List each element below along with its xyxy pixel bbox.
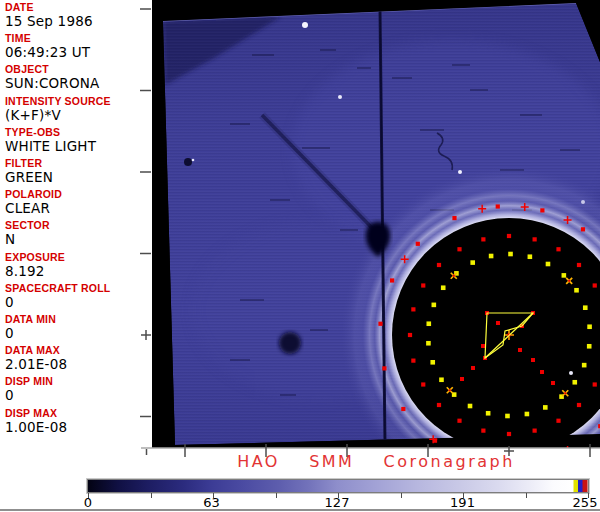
field-label: TYPE-OBS <box>5 127 96 138</box>
red-outer-ring-marker <box>540 208 544 212</box>
sidebar-field-disp-min: DISP MIN0 <box>5 376 53 403</box>
red-outer-ring-marker <box>382 366 386 370</box>
colorbar-label-127: 127 <box>325 495 350 510</box>
red-inner-ring-marker <box>556 419 560 423</box>
field-value: WHITE LIGHT <box>5 139 96 154</box>
scatter-marker <box>481 344 485 348</box>
metadata-sidebar: DATE15 Sep 1986TIME06:49:23 UTOBJECTSUN:… <box>0 0 152 448</box>
sidebar-field-type-obs: TYPE-OBSWHITE LIGHT <box>5 127 96 154</box>
small-bright-speck <box>192 159 195 162</box>
red-inner-ring-marker <box>421 382 425 386</box>
red-outer-ring-marker <box>390 278 394 282</box>
red-inner-ring-marker <box>408 333 412 337</box>
colorbar <box>87 479 589 493</box>
yellow-limb-ring-marker <box>582 363 587 368</box>
yellow-limb-ring-marker <box>426 321 431 326</box>
yellow-limb-ring-marker <box>587 344 592 349</box>
sidebar-field-data-min: DATA MIN0 <box>5 314 56 341</box>
colorbar-label-0: 0 <box>84 495 92 510</box>
scatter-marker <box>471 366 475 370</box>
colorbar-label-191: 191 <box>450 495 475 510</box>
field-label: INTENSITY SOURCE <box>5 96 111 107</box>
sidebar-field-disp-max: DISP MAX1.00E-08 <box>5 408 67 435</box>
red-inner-ring-marker <box>457 247 461 251</box>
field-label: EXPOSURE <box>5 252 65 263</box>
yellow-limb-ring-marker <box>486 411 491 416</box>
field-label: DATE <box>5 2 93 13</box>
red-inner-ring-marker <box>533 429 537 433</box>
field-label: DISP MIN <box>5 376 53 387</box>
yellow-limb-ring-marker <box>572 380 577 385</box>
sidebar-field-sector: SECTORN <box>5 220 50 247</box>
yellow-limb-ring-marker <box>470 260 475 265</box>
yellow-limb-ring-marker <box>546 262 551 267</box>
sidebar-field-time: TIME06:49:23 UT <box>5 33 90 60</box>
field-label: TIME <box>5 33 90 44</box>
colorbar-gradient <box>88 480 588 492</box>
dark-spot <box>279 332 301 354</box>
field-label: SECTOR <box>5 220 50 231</box>
red-inner-ring-marker <box>411 359 415 363</box>
scatter-marker <box>460 377 464 381</box>
window-bottom-border <box>0 509 600 511</box>
red-inner-ring-marker <box>481 429 485 433</box>
field-label: OBJECT <box>5 64 100 75</box>
field-value: 0 <box>5 388 53 403</box>
sidebar-field-object: OBJECTSUN:CORONA <box>5 64 100 91</box>
red-outer-ring-marker <box>581 227 585 231</box>
yellow-limb-ring-marker <box>426 341 431 346</box>
scatter-marker <box>531 358 535 362</box>
field-value: 0 <box>5 295 110 310</box>
yellow-limb-ring-marker <box>489 254 494 259</box>
red-inner-ring-marker <box>556 247 560 251</box>
x-marker-center <box>453 275 455 277</box>
x-marker-center <box>449 389 451 391</box>
red-outer-ring-marker <box>378 322 382 326</box>
field-value: CLEAR <box>5 201 62 216</box>
yellow-limb-ring-marker <box>432 303 437 308</box>
yellow-limb-ring-marker <box>430 360 435 365</box>
field-value: (K+F)*V <box>5 108 111 123</box>
colorbar-tick <box>526 493 527 498</box>
field-value: 15 Sep 1986 <box>5 14 93 29</box>
field-value: 2.01E-08 <box>5 357 67 372</box>
scatter-marker <box>496 321 500 325</box>
field-label: DATA MIN <box>5 314 56 325</box>
red-outer-ring-marker <box>496 204 500 208</box>
field-value: SUN:CORONA <box>5 76 100 91</box>
red-inner-ring-marker <box>533 237 537 241</box>
field-value: N <box>5 232 50 247</box>
scatter-marker <box>551 381 555 385</box>
small-dark-dot <box>184 158 192 166</box>
red-outer-ring-marker <box>401 407 405 411</box>
field-label: POLAROID <box>5 189 62 200</box>
yellow-limb-ring-marker <box>587 324 592 329</box>
red-inner-ring-marker <box>437 263 441 267</box>
colorbar-label-63: 63 <box>203 495 220 510</box>
yellow-limb-ring-marker <box>525 412 530 417</box>
colorbar-tick <box>276 493 277 498</box>
sidebar-field-exposure: EXPOSURE8.192 <box>5 252 65 279</box>
field-label: SPACECRAFT ROLL <box>5 283 110 294</box>
red-inner-ring-marker <box>437 403 441 407</box>
scatter-marker <box>540 370 544 374</box>
colorbar-tick <box>401 493 402 498</box>
yellow-limb-ring-marker <box>583 305 588 310</box>
sidebar-field-data-max: DATA MAX2.01E-08 <box>5 345 67 372</box>
coronagraph-image <box>152 0 600 448</box>
yellow-limb-ring-marker <box>505 414 510 419</box>
sidebar-field-intensity-source: INTENSITY SOURCE(K+F)*V <box>5 96 111 123</box>
yellow-limb-ring-marker <box>468 404 473 409</box>
plot-title: HAO SMM Coronagraph <box>152 452 600 471</box>
red-outer-ring-marker <box>452 216 456 220</box>
red-inner-ring-marker <box>593 283 597 287</box>
coronagraph-image-area <box>152 0 600 448</box>
smm-coronagraph-viewer-window: DATE15 Sep 1986TIME06:49:23 UTOBJECTSUN:… <box>0 0 600 512</box>
red-inner-ring-marker <box>457 419 461 423</box>
sidebar-field-polaroid: POLAROIDCLEAR <box>5 189 62 216</box>
x-marker-center <box>564 392 566 394</box>
colorbar-label-255: 255 <box>573 495 598 510</box>
sidebar-field-filter: FILTERGREEN <box>5 158 53 185</box>
red-outer-ring-marker <box>416 242 420 246</box>
yellow-limb-ring-marker <box>543 405 548 410</box>
